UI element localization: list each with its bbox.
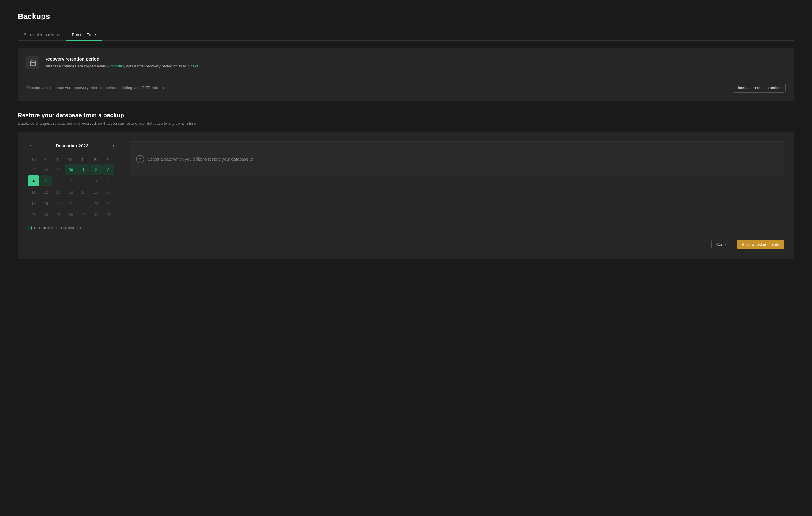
tab-scheduled[interactable]: Scheduled backups [18, 29, 66, 41]
retention-info: Recovery retention period Database chang… [44, 56, 200, 69]
prev-month-button[interactable]: ‹ [28, 141, 34, 150]
date-info-panel: ? Select a date which you'd like to rest… [128, 141, 784, 177]
calendar-icon [26, 56, 39, 69]
day-cell-1-2: 6 [53, 175, 64, 186]
day-header-mo: Mo [40, 156, 52, 164]
day-header-sa: Sa [103, 156, 114, 164]
retention-header: Recovery retention period Database chang… [26, 56, 786, 69]
day-cell-1-5: 9 [90, 175, 102, 186]
day-header-su: Su [28, 156, 39, 164]
day-cell-1-6: 10 [103, 175, 114, 186]
day-cell-3-1: 19 [40, 198, 52, 209]
day-cell-3-0: 18 [28, 198, 39, 209]
day-cell-4-0: 25 [28, 209, 39, 220]
day-cell-4-3: 28 [65, 209, 77, 220]
day-cell-4-4: 29 [78, 209, 89, 220]
day-cell-2-4: 15 [78, 187, 89, 197]
retention-title: Recovery retention period [44, 56, 200, 61]
retention-footer-text: You can also increase your recovery rete… [26, 86, 164, 90]
increase-retention-button[interactable]: Increase retention period [733, 83, 786, 93]
day-cell-3-2: 20 [53, 198, 64, 209]
day-cell-2-5: 16 [90, 187, 102, 197]
day-header-fr: Fr [90, 156, 102, 164]
retention-description: Database changes are logged every 2 minu… [44, 63, 200, 69]
day-header-tu: Tu [53, 156, 64, 164]
day-cell-0-6[interactable]: 3 [103, 164, 114, 175]
restore-section-title: Restore your database from a backup [18, 112, 794, 119]
day-cell-2-0: 11 [28, 187, 39, 197]
calendar: ‹ December 2022 › SuMoTuWeThFrSa27282930… [28, 141, 117, 230]
day-cell-2-3: 14 [65, 187, 77, 197]
calendar-nav: ‹ December 2022 › [28, 141, 117, 150]
day-cell-0-4[interactable]: 1 [78, 164, 89, 175]
calendar-month-label: December 2022 [56, 143, 88, 148]
day-cell-3-6: 24 [103, 198, 114, 209]
calendar-area: ‹ December 2022 › SuMoTuWeThFrSa27282930… [28, 141, 784, 230]
retention-footer: You can also increase your recovery rete… [26, 77, 786, 93]
day-cell-1-3: 7 [65, 175, 77, 186]
day-cell-0-0: 27 [28, 164, 39, 175]
day-cell-2-1: 12 [40, 187, 52, 197]
tab-pitr[interactable]: Point in Time [66, 29, 102, 41]
day-cell-1-0[interactable]: 4 [28, 175, 39, 186]
day-cell-2-6: 17 [103, 187, 114, 197]
review-restore-button[interactable]: Review restore details [737, 239, 784, 249]
calendar-grid: SuMoTuWeThFrSa27282930123456789101112131… [28, 156, 117, 220]
day-cell-4-1: 26 [40, 209, 52, 220]
day-cell-3-3: 21 [65, 198, 77, 209]
next-month-button[interactable]: › [110, 141, 117, 150]
page-title: Backups [18, 12, 794, 21]
cancel-button[interactable]: Cancel [712, 239, 733, 249]
day-cell-0-2: 29 [53, 164, 64, 175]
day-cell-4-5: 30 [90, 209, 102, 220]
calendar-legend: Point in time back up available [28, 226, 117, 230]
day-cell-0-1: 28 [40, 164, 52, 175]
day-cell-1-4: 8 [78, 175, 89, 186]
day-header-we: We [65, 156, 77, 164]
day-cell-2-2: 13 [53, 187, 64, 197]
day-cell-0-3[interactable]: 30 [65, 164, 77, 175]
day-header-th: Th [78, 156, 89, 164]
restore-footer: Cancel Review restore details [28, 239, 784, 249]
day-cell-3-5: 23 [90, 198, 102, 209]
restore-card: ‹ December 2022 › SuMoTuWeThFrSa27282930… [18, 132, 794, 259]
day-cell-4-6: 31 [103, 209, 114, 220]
legend-dot [28, 226, 32, 230]
day-cell-4-2: 27 [53, 209, 64, 220]
day-cell-3-4: 22 [78, 198, 89, 209]
date-info-text: Select a date which you'd like to restor… [148, 157, 253, 162]
retention-card: Recovery retention period Database chang… [18, 48, 794, 101]
day-cell-1-1[interactable]: 5 [40, 175, 52, 186]
legend-text: Point in time back up available [34, 226, 82, 230]
restore-section-subtitle: Database changes are watched and recorde… [18, 121, 794, 125]
day-cell-0-5[interactable]: 2 [90, 164, 102, 175]
info-icon: ? [136, 155, 144, 163]
tabs-container: Scheduled backups Point in Time [18, 29, 794, 41]
svg-rect-0 [31, 61, 36, 66]
